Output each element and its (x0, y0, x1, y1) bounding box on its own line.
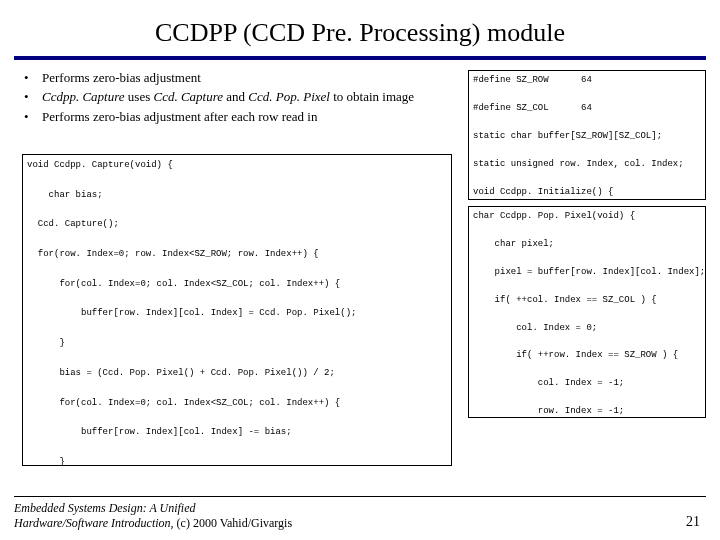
bullet-item: Ccdpp. Capture uses Ccd. Capture and Ccd… (24, 89, 453, 105)
slide-footer: Embedded Systems Design: A Unified Hardw… (14, 496, 706, 530)
title-underline (14, 56, 706, 60)
text-span: uses (125, 89, 154, 104)
code-box-capture: void Ccdpp. Capture(void) { char bias; C… (22, 154, 452, 466)
footer-citation: Embedded Systems Design: A Unified Hardw… (14, 501, 374, 530)
page-number: 21 (686, 514, 700, 530)
right-column: #define SZ_ROW 64 #define SZ_COL 64 stat… (468, 70, 708, 418)
code-box-defines: #define SZ_ROW 64 #define SZ_COL 64 stat… (468, 70, 706, 200)
slide-title: CCDPP (CCD Pre. Processing) module (0, 0, 720, 56)
code-ref: Ccdpp. Capture (42, 89, 125, 104)
text-span: to obtain image (330, 89, 414, 104)
bullet-item: Performs zero-bias adjustment (24, 70, 453, 86)
code-ref: Ccd. Capture (153, 89, 223, 104)
left-column: Performs zero-bias adjustment Ccdpp. Cap… (18, 70, 453, 128)
footer-divider (14, 496, 706, 497)
footer-line2: Hardware/Software Introduction, (14, 516, 174, 530)
code-box-poppixel: char Ccdpp. Pop. Pixel(void) { char pixe… (468, 206, 706, 418)
text-span: and (223, 89, 248, 104)
footer-line1: Embedded Systems Design: A Unified (14, 501, 196, 515)
bullet-list: Performs zero-bias adjustment Ccdpp. Cap… (18, 70, 453, 125)
footer-copyright: (c) 2000 Vahid/Givargis (174, 516, 293, 530)
bullet-item: Performs zero-bias adjustment after each… (24, 109, 453, 125)
code-ref: Ccd. Pop. Pixel (248, 89, 330, 104)
